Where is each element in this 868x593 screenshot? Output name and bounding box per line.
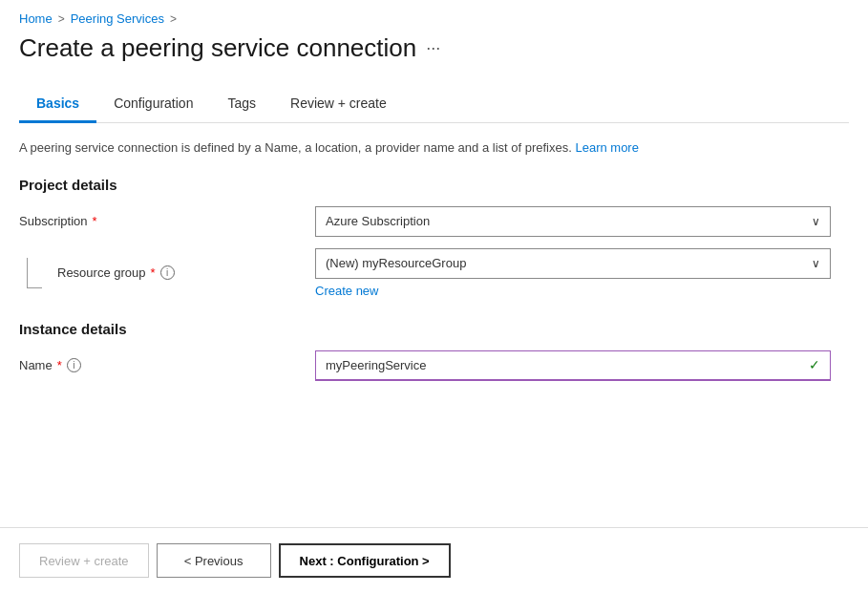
create-new-resource-group-link[interactable]: Create new <box>315 284 378 298</box>
instance-details-title: Instance details <box>19 321 849 337</box>
subscription-dropdown-arrow: ∨ <box>812 215 820 228</box>
breadcrumb-home[interactable]: Home <box>19 11 53 26</box>
resource-group-label-area: Resource group * i <box>19 258 315 288</box>
review-create-button[interactable]: Review + create <box>19 543 149 578</box>
page-title: Create a peering service connection <box>19 33 416 63</box>
name-label-text: Name <box>19 358 53 372</box>
subscription-row: Subscription * Azure Subscription ∨ <box>19 206 849 237</box>
instance-details-section: Instance details Name * i myPeeringServi… <box>19 321 849 381</box>
resource-group-info-icon[interactable]: i <box>160 265 175 280</box>
next-configuration-button[interactable]: Next : Configuration > <box>279 543 451 578</box>
name-value: myPeeringService <box>326 358 427 372</box>
name-label: Name * i <box>19 358 315 372</box>
subscription-label-text: Subscription <box>19 214 88 228</box>
footer: Review + create < Previous Next : Config… <box>0 527 868 593</box>
name-row: Name * i myPeeringService ✓ <box>19 350 849 381</box>
tab-review-create[interactable]: Review + create <box>273 86 404 123</box>
name-required: * <box>57 358 62 372</box>
resource-group-control: (New) myResourceGroup ∨ Create new <box>315 248 831 298</box>
description-text: A peering service connection is defined … <box>19 140 572 155</box>
tab-bar: Basics Configuration Tags Review + creat… <box>19 86 849 123</box>
name-valid-icon: ✓ <box>809 357 820 372</box>
resource-group-dropdown[interactable]: (New) myResourceGroup ∨ <box>315 248 831 279</box>
resource-group-dropdown-arrow: ∨ <box>812 257 820 270</box>
project-details-title: Project details <box>19 177 849 193</box>
name-info-icon[interactable]: i <box>67 358 81 372</box>
subscription-label: Subscription * <box>19 214 315 228</box>
subscription-dropdown[interactable]: Azure Subscription ∨ <box>315 206 831 237</box>
name-control: myPeeringService ✓ <box>315 350 831 381</box>
tab-configuration[interactable]: Configuration <box>96 86 210 123</box>
resource-group-label: Resource group * i <box>57 265 315 280</box>
breadcrumb-sep-1: > <box>58 12 65 26</box>
previous-button[interactable]: < Previous <box>157 543 271 578</box>
page-description: A peering service connection is defined … <box>19 138 849 158</box>
resource-group-required: * <box>151 265 156 280</box>
learn-more-link[interactable]: Learn more <box>575 140 638 155</box>
title-options-button[interactable]: ··· <box>426 38 440 58</box>
subscription-value: Azure Subscription <box>326 214 430 228</box>
breadcrumb-peering-services[interactable]: Peering Services <box>71 11 164 26</box>
resource-group-label-text: Resource group <box>57 265 146 280</box>
project-details-section: Project details Subscription * Azure Sub… <box>19 177 849 298</box>
tab-basics[interactable]: Basics <box>19 86 96 123</box>
subscription-control: Azure Subscription ∨ <box>315 206 831 237</box>
resource-group-row: Resource group * i (New) myResourceGroup… <box>19 248 849 298</box>
main-content: Create a peering service connection ··· … <box>0 33 868 423</box>
resource-group-value: (New) myResourceGroup <box>326 256 466 270</box>
page-title-row: Create a peering service connection ··· <box>19 33 849 63</box>
resource-group-bracket <box>27 258 42 288</box>
name-input-display[interactable]: myPeeringService ✓ <box>315 350 831 381</box>
breadcrumb: Home > Peering Services > <box>0 0 868 33</box>
tab-tags[interactable]: Tags <box>210 86 273 123</box>
subscription-required: * <box>93 214 97 228</box>
breadcrumb-sep-2: > <box>170 12 177 26</box>
